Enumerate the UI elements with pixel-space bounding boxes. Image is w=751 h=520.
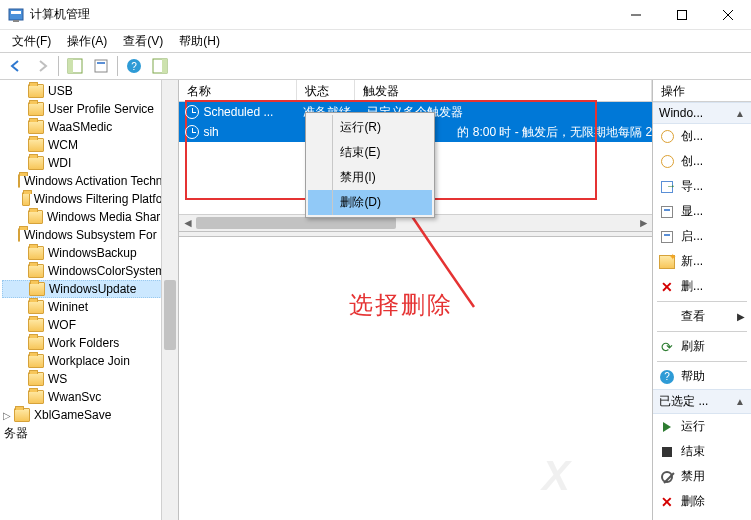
expander-icon[interactable]: ▷: [2, 410, 12, 421]
scrollbar-thumb[interactable]: [164, 280, 176, 350]
tree-node[interactable]: WDI: [2, 154, 178, 172]
action-show-running[interactable]: 显...: [653, 199, 751, 224]
task-icon: [659, 154, 675, 170]
delete-icon: ✕: [659, 279, 675, 295]
tree-node[interactable]: Workplace Join: [2, 352, 178, 370]
menu-file[interactable]: 文件(F): [4, 31, 59, 52]
tree-node[interactable]: User Profile Service: [2, 100, 178, 118]
menu-disable[interactable]: 禁用(I): [308, 165, 432, 190]
action-create-basic[interactable]: 创...: [653, 124, 751, 149]
tree-node[interactable]: WwanSvc: [2, 388, 178, 406]
minimize-button[interactable]: [613, 0, 659, 30]
actions-section-folder[interactable]: Windo... ▲: [653, 102, 751, 124]
actions-section-selected[interactable]: 已选定 ... ▲: [653, 389, 751, 414]
menu-view[interactable]: 查看(V): [115, 31, 171, 52]
help-icon: ?: [659, 369, 675, 385]
refresh-icon: ⟳: [659, 339, 675, 355]
action-run[interactable]: 运行: [653, 414, 751, 439]
action-refresh[interactable]: ⟳刷新: [653, 334, 751, 359]
close-button[interactable]: [705, 0, 751, 30]
actions-divider: [657, 301, 747, 302]
action-enable-history[interactable]: 启...: [653, 224, 751, 249]
action-delete-folder[interactable]: ✕删...: [653, 274, 751, 299]
annotation-text: 选择删除: [349, 289, 453, 321]
folder-icon: [18, 228, 20, 242]
main-body: USB User Profile Service WaaSMedic WCM W…: [0, 80, 751, 520]
content-pane: 名称 状态 触发器 Scheduled ... 准备就绪 已定义多个触发器 si…: [179, 80, 653, 520]
properties-button[interactable]: [89, 54, 113, 78]
delete-icon: ✕: [659, 494, 675, 510]
actions-header: 操作: [653, 80, 751, 102]
show-hide-action-button[interactable]: [148, 54, 172, 78]
actions-pane: 操作 Windo... ▲ 创... 创... 导... 显... 启... 新…: [653, 80, 751, 520]
menu-action[interactable]: 操作(A): [59, 31, 115, 52]
menu-run[interactable]: 运行(R): [308, 115, 432, 140]
col-name[interactable]: 名称: [179, 80, 297, 101]
history-icon: [659, 229, 675, 245]
tree-node[interactable]: USB: [2, 82, 178, 100]
tree-category[interactable]: 务器: [2, 424, 178, 442]
tree-node[interactable]: Windows Media Sharing: [2, 208, 178, 226]
tree-node[interactable]: WCM: [2, 136, 178, 154]
tree-node[interactable]: Windows Filtering Platform: [2, 190, 178, 208]
svg-rect-4: [678, 10, 687, 19]
tree-node[interactable]: WOF: [2, 316, 178, 334]
tree-node[interactable]: WS: [2, 370, 178, 388]
tree-node[interactable]: Wininet: [2, 298, 178, 316]
folder-icon: [28, 246, 44, 260]
folder-tree[interactable]: USB User Profile Service WaaSMedic WCM W…: [0, 80, 178, 444]
menu-end[interactable]: 结束(E): [308, 140, 432, 165]
folder-icon: [28, 354, 44, 368]
action-new-folder[interactable]: 新...: [653, 249, 751, 274]
tree-node[interactable]: Windows Subsystem For Linux: [2, 226, 178, 244]
tree-node[interactable]: WindowsBackup: [2, 244, 178, 262]
task-name: Scheduled ...: [203, 105, 299, 119]
action-create[interactable]: 创...: [653, 149, 751, 174]
tree-node[interactable]: WindowsUpdate: [2, 280, 178, 298]
action-disable[interactable]: 禁用: [653, 464, 751, 489]
help-button[interactable]: ?: [122, 54, 146, 78]
svg-rect-10: [97, 62, 105, 64]
tree-label: WDI: [46, 156, 73, 170]
tree-node[interactable]: Work Folders: [2, 334, 178, 352]
tree-label: 务器: [2, 425, 30, 442]
tree-label: WindowsUpdate: [47, 282, 138, 296]
tree-node[interactable]: Windows Activation Technologies: [2, 172, 178, 190]
tree-label: WindowsBackup: [46, 246, 139, 260]
scroll-right-icon[interactable]: ►: [635, 215, 652, 231]
scroll-left-icon[interactable]: ◄: [179, 215, 196, 231]
section-label: 已选定 ...: [659, 393, 708, 410]
svg-rect-12: [162, 59, 167, 73]
watermark: X: [542, 452, 572, 500]
maximize-button[interactable]: [659, 0, 705, 30]
action-view[interactable]: 查看▶: [653, 304, 751, 329]
chevron-up-icon: ▲: [735, 396, 745, 407]
task-name: sih: [203, 125, 299, 139]
action-delete[interactable]: ✕删除: [653, 489, 751, 514]
col-trigger[interactable]: 触发器: [355, 80, 652, 101]
scrollbar-thumb[interactable]: [196, 217, 396, 229]
show-hide-tree-button[interactable]: [63, 54, 87, 78]
back-button[interactable]: [4, 54, 28, 78]
action-help[interactable]: ?帮助: [653, 364, 751, 389]
task-list: Scheduled ... 准备就绪 已定义多个触发器 sih 的 8:00 时…: [179, 102, 652, 214]
menu-delete[interactable]: 删除(D): [308, 190, 432, 215]
forward-button[interactable]: [30, 54, 54, 78]
action-import[interactable]: 导...: [653, 174, 751, 199]
tree-node[interactable]: ▷XblGameSave: [2, 406, 178, 424]
folder-icon: [14, 408, 30, 422]
menu-gutter: [332, 115, 333, 215]
tree-label: Windows Activation Technologies: [22, 174, 179, 188]
tree-label: Windows Subsystem For Linux: [22, 228, 179, 242]
section-label: Windo...: [659, 106, 703, 120]
tree-node[interactable]: WaaSMedic: [2, 118, 178, 136]
window-title: 计算机管理: [30, 6, 613, 23]
folder-icon: [28, 318, 44, 332]
tree-scrollbar[interactable]: [161, 80, 178, 520]
titlebar: 计算机管理: [0, 0, 751, 30]
tree-node[interactable]: WindowsColorSystem: [2, 262, 178, 280]
action-end[interactable]: 结束: [653, 439, 751, 464]
import-icon: [659, 179, 675, 195]
col-status[interactable]: 状态: [297, 80, 355, 101]
menu-help[interactable]: 帮助(H): [171, 31, 228, 52]
